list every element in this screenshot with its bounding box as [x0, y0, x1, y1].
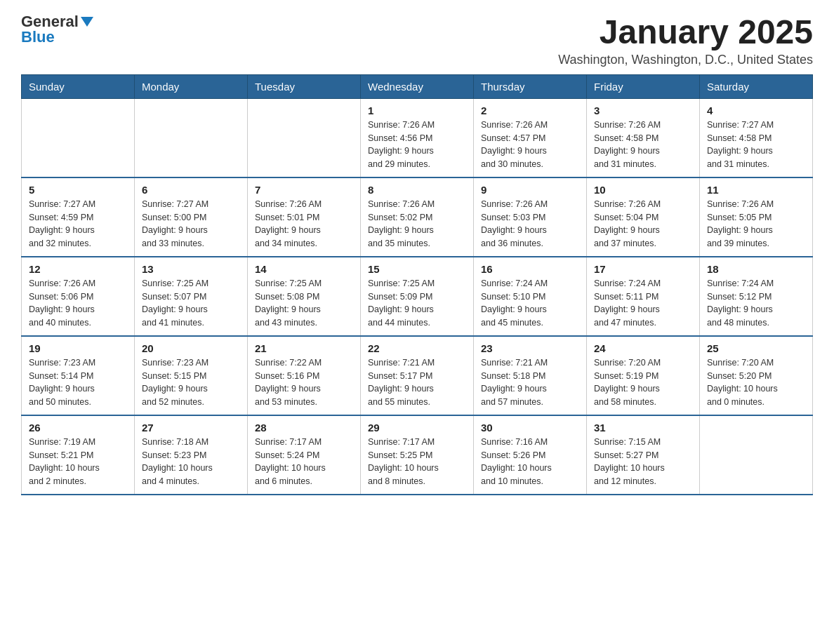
calendar-cell: 28Sunrise: 7:17 AMSunset: 5:24 PMDayligh… — [248, 415, 361, 495]
calendar-table: SundayMondayTuesdayWednesdayThursdayFrid… — [21, 74, 813, 495]
day-number: 23 — [481, 342, 579, 354]
day-info: Sunrise: 7:23 AMSunset: 5:14 PMDaylight:… — [29, 356, 127, 409]
day-number: 15 — [368, 263, 466, 275]
calendar-cell: 5Sunrise: 7:27 AMSunset: 4:59 PMDaylight… — [22, 177, 135, 257]
header-row: SundayMondayTuesdayWednesdayThursdayFrid… — [22, 74, 813, 98]
day-of-week-header: Tuesday — [248, 74, 361, 98]
day-number: 18 — [707, 263, 805, 275]
calendar-cell: 16Sunrise: 7:24 AMSunset: 5:10 PMDayligh… — [474, 257, 587, 336]
calendar-week-row: 19Sunrise: 7:23 AMSunset: 5:14 PMDayligh… — [22, 336, 813, 415]
calendar-week-row: 5Sunrise: 7:27 AMSunset: 4:59 PMDaylight… — [22, 177, 813, 257]
calendar-header: SundayMondayTuesdayWednesdayThursdayFrid… — [22, 74, 813, 98]
day-info: Sunrise: 7:20 AMSunset: 5:20 PMDaylight:… — [707, 356, 805, 409]
day-info: Sunrise: 7:25 AMSunset: 5:07 PMDaylight:… — [142, 277, 240, 330]
day-info: Sunrise: 7:17 AMSunset: 5:24 PMDaylight:… — [255, 436, 353, 488]
title-block: January 2025 Washington, Washington, D.C… — [558, 14, 813, 67]
day-info: Sunrise: 7:27 AMSunset: 4:58 PMDaylight:… — [707, 119, 805, 171]
day-of-week-header: Monday — [135, 74, 248, 98]
day-info: Sunrise: 7:24 AMSunset: 5:11 PMDaylight:… — [594, 277, 692, 330]
calendar-cell: 13Sunrise: 7:25 AMSunset: 5:07 PMDayligh… — [135, 257, 248, 336]
calendar-cell — [248, 98, 361, 177]
day-of-week-header: Friday — [587, 74, 700, 98]
day-info: Sunrise: 7:25 AMSunset: 5:08 PMDaylight:… — [255, 277, 353, 330]
day-number: 1 — [368, 105, 466, 116]
day-info: Sunrise: 7:21 AMSunset: 5:17 PMDaylight:… — [368, 356, 466, 409]
day-number: 17 — [594, 263, 692, 275]
calendar-cell: 25Sunrise: 7:20 AMSunset: 5:20 PMDayligh… — [700, 336, 813, 415]
calendar-week-row: 1Sunrise: 7:26 AMSunset: 4:56 PMDaylight… — [22, 98, 813, 177]
calendar-week-row: 12Sunrise: 7:26 AMSunset: 5:06 PMDayligh… — [22, 257, 813, 336]
day-number: 16 — [481, 263, 579, 275]
location-subtitle: Washington, Washington, D.C., United Sta… — [558, 53, 813, 67]
day-info: Sunrise: 7:23 AMSunset: 5:15 PMDaylight:… — [142, 356, 240, 409]
calendar-cell: 11Sunrise: 7:26 AMSunset: 5:05 PMDayligh… — [700, 177, 813, 257]
day-number: 22 — [368, 342, 466, 354]
day-number: 20 — [142, 342, 240, 354]
day-number: 12 — [29, 263, 127, 275]
day-number: 31 — [594, 422, 692, 434]
day-of-week-header: Thursday — [474, 74, 587, 98]
day-info: Sunrise: 7:26 AMSunset: 4:57 PMDaylight:… — [481, 119, 579, 171]
calendar-cell: 21Sunrise: 7:22 AMSunset: 5:16 PMDayligh… — [248, 336, 361, 415]
day-info: Sunrise: 7:27 AMSunset: 4:59 PMDaylight:… — [29, 198, 127, 250]
day-info: Sunrise: 7:26 AMSunset: 5:06 PMDaylight:… — [29, 277, 127, 330]
day-info: Sunrise: 7:20 AMSunset: 5:19 PMDaylight:… — [594, 356, 692, 409]
day-number: 19 — [29, 342, 127, 354]
day-number: 21 — [255, 342, 353, 354]
calendar-cell — [22, 98, 135, 177]
calendar-cell: 31Sunrise: 7:15 AMSunset: 5:27 PMDayligh… — [587, 415, 700, 495]
calendar-cell: 7Sunrise: 7:26 AMSunset: 5:01 PMDaylight… — [248, 177, 361, 257]
day-number: 26 — [29, 422, 127, 434]
day-number: 2 — [481, 105, 579, 116]
calendar-cell: 3Sunrise: 7:26 AMSunset: 4:58 PMDaylight… — [587, 98, 700, 177]
calendar-cell: 9Sunrise: 7:26 AMSunset: 5:03 PMDaylight… — [474, 177, 587, 257]
calendar-cell: 4Sunrise: 7:27 AMSunset: 4:58 PMDaylight… — [700, 98, 813, 177]
calendar-cell: 1Sunrise: 7:26 AMSunset: 4:56 PMDaylight… — [361, 98, 474, 177]
day-info: Sunrise: 7:17 AMSunset: 5:25 PMDaylight:… — [368, 436, 466, 488]
day-info: Sunrise: 7:26 AMSunset: 5:01 PMDaylight:… — [255, 198, 353, 250]
logo-arrow-icon — [81, 17, 93, 29]
day-of-week-header: Wednesday — [361, 74, 474, 98]
logo-blue-text: Blue — [21, 28, 55, 46]
day-info: Sunrise: 7:26 AMSunset: 5:05 PMDaylight:… — [707, 198, 805, 250]
day-of-week-header: Saturday — [700, 74, 813, 98]
calendar-body: 1Sunrise: 7:26 AMSunset: 4:56 PMDaylight… — [22, 98, 813, 495]
calendar-cell: 8Sunrise: 7:26 AMSunset: 5:02 PMDaylight… — [361, 177, 474, 257]
day-info: Sunrise: 7:26 AMSunset: 5:03 PMDaylight:… — [481, 198, 579, 250]
calendar-cell — [700, 415, 813, 495]
calendar-cell: 19Sunrise: 7:23 AMSunset: 5:14 PMDayligh… — [22, 336, 135, 415]
month-title: January 2025 — [558, 14, 813, 51]
calendar-cell: 10Sunrise: 7:26 AMSunset: 5:04 PMDayligh… — [587, 177, 700, 257]
day-number: 9 — [481, 184, 579, 196]
calendar-cell: 24Sunrise: 7:20 AMSunset: 5:19 PMDayligh… — [587, 336, 700, 415]
day-info: Sunrise: 7:24 AMSunset: 5:12 PMDaylight:… — [707, 277, 805, 330]
calendar-cell: 15Sunrise: 7:25 AMSunset: 5:09 PMDayligh… — [361, 257, 474, 336]
day-number: 4 — [707, 105, 805, 116]
day-info: Sunrise: 7:24 AMSunset: 5:10 PMDaylight:… — [481, 277, 579, 330]
calendar-cell: 27Sunrise: 7:18 AMSunset: 5:23 PMDayligh… — [135, 415, 248, 495]
day-number: 6 — [142, 184, 240, 196]
day-number: 8 — [368, 184, 466, 196]
calendar-cell: 26Sunrise: 7:19 AMSunset: 5:21 PMDayligh… — [22, 415, 135, 495]
day-number: 7 — [255, 184, 353, 196]
day-number: 14 — [255, 263, 353, 275]
calendar-cell: 30Sunrise: 7:16 AMSunset: 5:26 PMDayligh… — [474, 415, 587, 495]
day-number: 29 — [368, 422, 466, 434]
day-info: Sunrise: 7:25 AMSunset: 5:09 PMDaylight:… — [368, 277, 466, 330]
calendar-cell: 20Sunrise: 7:23 AMSunset: 5:15 PMDayligh… — [135, 336, 248, 415]
calendar-cell: 29Sunrise: 7:17 AMSunset: 5:25 PMDayligh… — [361, 415, 474, 495]
day-info: Sunrise: 7:18 AMSunset: 5:23 PMDaylight:… — [142, 436, 240, 488]
calendar-cell: 14Sunrise: 7:25 AMSunset: 5:08 PMDayligh… — [248, 257, 361, 336]
day-info: Sunrise: 7:26 AMSunset: 4:56 PMDaylight:… — [368, 119, 466, 171]
calendar-cell: 18Sunrise: 7:24 AMSunset: 5:12 PMDayligh… — [700, 257, 813, 336]
day-info: Sunrise: 7:26 AMSunset: 5:02 PMDaylight:… — [368, 198, 466, 250]
day-number: 28 — [255, 422, 353, 434]
calendar-cell: 22Sunrise: 7:21 AMSunset: 5:17 PMDayligh… — [361, 336, 474, 415]
calendar-week-row: 26Sunrise: 7:19 AMSunset: 5:21 PMDayligh… — [22, 415, 813, 495]
calendar-cell — [135, 98, 248, 177]
day-number: 27 — [142, 422, 240, 434]
day-info: Sunrise: 7:22 AMSunset: 5:16 PMDaylight:… — [255, 356, 353, 409]
page-header: General Blue January 2025 Washington, Wa… — [21, 14, 813, 67]
calendar-cell: 17Sunrise: 7:24 AMSunset: 5:11 PMDayligh… — [587, 257, 700, 336]
day-number: 30 — [481, 422, 579, 434]
